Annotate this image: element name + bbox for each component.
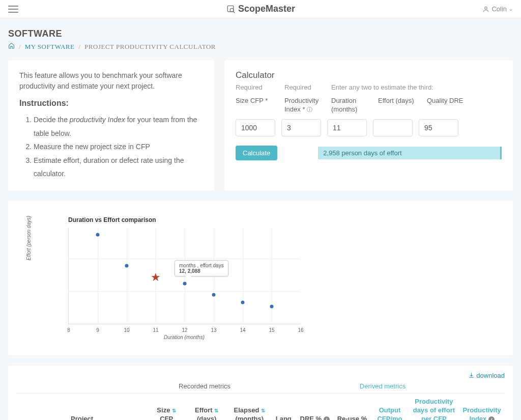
download-link[interactable]: download xyxy=(16,372,505,379)
productivity-label: Productivity Index * ⓘ xyxy=(284,97,331,114)
quality-input[interactable] xyxy=(419,119,458,136)
table-card: download Recorded metrics Derived metric… xyxy=(8,366,513,420)
productivity-input[interactable] xyxy=(281,119,321,136)
user-menu[interactable]: Colin ⌄ xyxy=(482,5,513,13)
th-size[interactable]: Size ⇅CFP xyxy=(148,393,185,420)
chart-plot[interactable]: 8910111213141516★months , effort days12,… xyxy=(68,228,300,324)
calculate-button[interactable]: Calculate xyxy=(236,146,277,160)
th-project[interactable]: Project xyxy=(16,393,148,420)
page-title: SOFTWARE xyxy=(8,29,513,39)
logo-text: ScopeMaster xyxy=(238,4,295,14)
th-prod-days[interactable]: Productivity days of effort per CFP xyxy=(409,393,459,420)
breadcrumb-home[interactable] xyxy=(8,42,15,51)
x-tick: 11 xyxy=(153,327,158,333)
sort-icon[interactable]: ⇅ xyxy=(214,408,218,413)
svg-point-3 xyxy=(485,7,487,9)
recorded-metrics-label: Recorded metrics xyxy=(16,382,260,390)
x-tick: 16 xyxy=(298,327,303,333)
svg-line-2 xyxy=(233,11,235,13)
chart-point[interactable] xyxy=(125,264,129,267)
x-tick: 8 xyxy=(67,327,70,333)
svg-point-1 xyxy=(230,8,234,12)
home-icon xyxy=(8,42,15,49)
result-bar: 2,958 person days of effort xyxy=(318,147,502,159)
user-name: Colin xyxy=(491,5,507,13)
chart-point[interactable] xyxy=(183,282,187,285)
chart-point[interactable] xyxy=(96,233,100,237)
instructions-title: Instructions: xyxy=(19,99,203,108)
duration-label: Duration (months) xyxy=(331,97,378,114)
th-effort[interactable]: Effort ⇅(days) xyxy=(185,393,228,420)
x-tick: 12 xyxy=(182,327,187,333)
calculator-title: Calculator xyxy=(236,70,502,80)
required-label: Required xyxy=(236,83,284,92)
x-tick: 15 xyxy=(269,327,274,333)
info-icon[interactable]: i xyxy=(324,416,330,420)
chart-selected-star[interactable]: ★ xyxy=(151,271,161,284)
th-dre[interactable]: DRE % i xyxy=(296,393,333,420)
x-tick: 10 xyxy=(124,327,129,333)
th-reuse[interactable]: Re-use % xyxy=(333,393,370,420)
intro-card: This feature allows you to benchmark you… xyxy=(8,60,214,191)
th-prod-index[interactable]: Productivity Index i xyxy=(459,393,505,420)
hint-label: Enter any two to estimate the third: xyxy=(331,83,378,92)
size-input[interactable] xyxy=(236,119,275,136)
instruction-step: Estimate effort, duration or defect rate… xyxy=(34,154,203,181)
x-tick: 9 xyxy=(96,327,99,333)
user-icon xyxy=(482,6,489,13)
duration-input[interactable] xyxy=(327,119,367,136)
sort-icon[interactable]: ⇅ xyxy=(261,408,265,413)
instruction-step: Measure the new project size in CFP xyxy=(34,140,203,154)
chevron-down-icon: ⌄ xyxy=(509,6,513,12)
quality-label: Quality DRE xyxy=(427,97,476,114)
logo: ScopeMaster xyxy=(226,4,295,14)
instruction-step: Decide the productivity Index for your t… xyxy=(34,113,203,140)
breadcrumb: / MY SOFTWARE / PROJECT PRODUCTIVITY CAL… xyxy=(8,42,513,51)
menu-icon[interactable] xyxy=(8,6,18,13)
chart-point[interactable] xyxy=(270,304,274,308)
x-axis-label: Duration (months) xyxy=(68,334,300,340)
chart-title: Duration vs Effort comparison xyxy=(68,216,303,223)
info-icon[interactable]: i xyxy=(488,416,495,420)
download-icon xyxy=(468,372,475,379)
x-tick: 14 xyxy=(240,327,245,333)
y-axis-label: Effort (person days) xyxy=(26,216,32,261)
calculator-card: Calculator Required Size CFP * Required … xyxy=(224,60,513,191)
derived-metrics-label: Derived metrics xyxy=(260,382,505,390)
chart-point[interactable] xyxy=(212,293,216,296)
sort-icon[interactable]: ⇅ xyxy=(172,408,176,413)
metrics-table: Project Size ⇅CFP Effort ⇅(days) Elapsed… xyxy=(16,393,505,420)
th-output[interactable]: OutputCFP/mo xyxy=(371,393,409,420)
chart-point[interactable] xyxy=(241,301,245,304)
breadcrumb-current: PROJECT PRODUCTIVITY CALCULATOR xyxy=(84,43,216,51)
th-elapsed[interactable]: Elapsed ⇅(months) xyxy=(228,393,271,420)
info-icon[interactable]: ⓘ xyxy=(305,106,312,113)
intro-text: This feature allows you to benchmark you… xyxy=(19,70,203,92)
chart-card: Duration vs Effort comparison Effort (pe… xyxy=(8,201,513,355)
th-lang[interactable]: Lang xyxy=(271,393,296,420)
breadcrumb-my-software[interactable]: MY SOFTWARE xyxy=(25,43,75,51)
effort-input[interactable] xyxy=(373,119,413,136)
chart-tooltip: months , effort days12, 2,088 xyxy=(175,260,228,276)
x-tick: 13 xyxy=(211,327,216,333)
required-label: Required xyxy=(284,83,331,92)
effort-label: Effort (days) xyxy=(378,97,427,114)
size-label: Size CFP * xyxy=(236,97,284,114)
